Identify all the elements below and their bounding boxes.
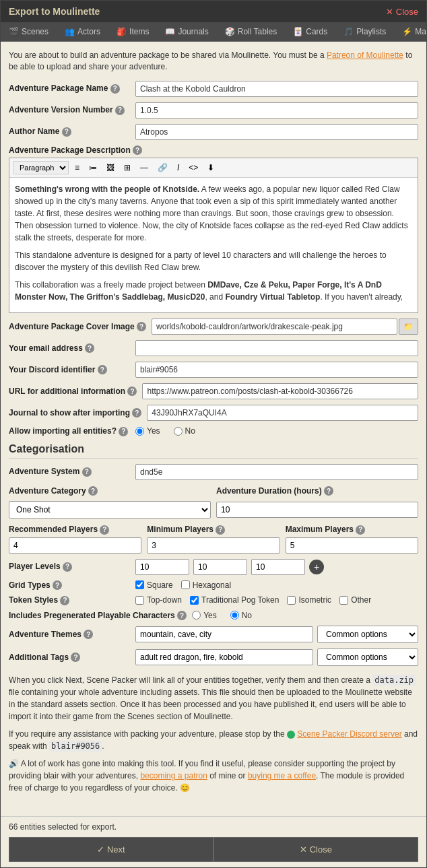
discord-server-link[interactable]: Scene Packer Discord server — [297, 729, 401, 739]
becoming-patron-link[interactable]: becoming a patron — [140, 771, 207, 780]
patreon-link[interactable]: Patreon of Moulinette — [327, 51, 403, 60]
grid-types-help[interactable]: ? — [53, 580, 62, 590]
additional-tags-input[interactable] — [135, 649, 313, 665]
scenes-icon: 🎬 — [9, 27, 19, 36]
next-button[interactable]: ✓ Next — [9, 837, 214, 862]
grid-hex-option[interactable]: Hexagonal — [181, 580, 231, 590]
adventure-system-input[interactable] — [135, 464, 418, 480]
players-labels-row: Recommended Players ? Minimum Players ? … — [9, 524, 418, 535]
themes-input[interactable] — [135, 626, 313, 642]
adventure-duration-input[interactable] — [216, 502, 418, 518]
category-input-col: One Shot Campaign Mini Campaign Adventur… — [9, 501, 211, 519]
adventure-category-help[interactable]: ? — [88, 486, 98, 496]
download-btn[interactable]: ⬇ — [204, 161, 218, 174]
package-name-input[interactable] — [135, 81, 418, 97]
player-level-1-input[interactable] — [135, 559, 189, 575]
cover-image-row: Adventure Package Cover Image ? 📁 — [9, 319, 418, 335]
additional-tags-common-options-select[interactable]: Common options — [317, 648, 418, 666]
grid-square-checkbox[interactable] — [135, 580, 144, 589]
bullet-list-btn[interactable]: ≡ — [71, 161, 83, 174]
tab-journals[interactable]: 📖 Journals — [157, 22, 216, 41]
info-paragraph-1: When you click Next, Scene Packer will l… — [9, 674, 418, 723]
table-btn[interactable]: ⊞ — [121, 161, 134, 174]
additional-tags-inputs: Common options — [135, 648, 418, 666]
intro-paragraph: You are about to build an adventure pack… — [9, 50, 418, 73]
code-btn[interactable]: <> — [185, 161, 201, 174]
token-pog-option[interactable]: Traditional Pog Token — [190, 595, 279, 605]
close-icon[interactable]: ✕ Close — [386, 7, 418, 17]
player-level-2-input[interactable] — [193, 559, 247, 575]
cover-image-file-btn[interactable]: 📁 — [399, 319, 418, 335]
allow-import-yes-radio[interactable] — [135, 427, 144, 436]
token-other-option[interactable]: Other — [339, 595, 371, 605]
add-level-btn[interactable]: + — [309, 560, 324, 574]
tab-scenes[interactable]: 🎬 Scenes — [1, 22, 57, 41]
themes-common-options-select[interactable]: Common options — [317, 626, 418, 643]
url-help[interactable]: ? — [127, 387, 137, 396]
image-btn[interactable]: 🖼 — [103, 161, 118, 174]
hr-btn[interactable]: — — [137, 161, 152, 174]
player-level-3-input[interactable] — [251, 559, 305, 575]
recommended-players-input[interactable] — [9, 537, 141, 554]
tab-rolltables[interactable]: 🎲 Roll Tables — [217, 22, 285, 41]
token-pog-checkbox[interactable] — [190, 596, 199, 605]
ordered-list-btn[interactable]: ≔ — [86, 161, 100, 174]
allow-import-no-radio[interactable] — [174, 427, 183, 436]
package-name-help[interactable]: ? — [110, 84, 120, 94]
allow-import-help[interactable]: ? — [119, 427, 128, 436]
token-topdown-option[interactable]: Top-down — [135, 595, 182, 605]
pregenerated-yes-radio[interactable] — [192, 611, 201, 620]
italic-btn[interactable]: I — [174, 161, 183, 174]
link-btn[interactable]: 🔗 — [154, 161, 171, 174]
version-label: Adventure Version Number ? — [9, 105, 130, 115]
token-isometric-option[interactable]: Isometric — [287, 595, 331, 605]
adventure-duration-help[interactable]: ? — [324, 486, 333, 496]
recommended-players-help[interactable]: ? — [100, 525, 109, 535]
email-input[interactable] — [135, 340, 418, 356]
version-help[interactable]: ? — [115, 106, 125, 115]
max-players-input[interactable] — [286, 537, 418, 554]
pregenerated-help[interactable]: ? — [177, 611, 187, 620]
adventure-system-help[interactable]: ? — [82, 467, 92, 477]
discord-input[interactable] — [135, 362, 418, 378]
tab-playlists[interactable]: 🎵 Playlists — [335, 22, 394, 41]
min-players-input[interactable] — [147, 537, 280, 554]
email-help[interactable]: ? — [85, 343, 94, 353]
tab-macros[interactable]: ⚡ Macros — [394, 22, 426, 41]
pregenerated-no-radio[interactable] — [230, 611, 239, 620]
cover-image-help[interactable]: ? — [137, 322, 146, 331]
author-help[interactable]: ? — [62, 127, 71, 137]
token-styles-help[interactable]: ? — [60, 596, 69, 605]
additional-tags-help[interactable]: ? — [71, 653, 80, 662]
token-other-checkbox[interactable] — [339, 596, 348, 605]
min-players-help[interactable]: ? — [216, 525, 225, 535]
editor-content[interactable]: Something's wrong with the people of Kno… — [9, 178, 418, 312]
url-input[interactable] — [142, 383, 418, 399]
grid-square-option[interactable]: Square — [135, 580, 173, 590]
tab-items[interactable]: 🎒 Items — [108, 22, 157, 41]
max-players-help[interactable]: ? — [356, 525, 365, 535]
allow-import-yes-option[interactable]: Yes — [135, 426, 160, 436]
author-input[interactable] — [135, 124, 418, 140]
cover-image-input[interactable] — [152, 319, 397, 335]
tab-actors[interactable]: 👥 Actors — [57, 22, 108, 41]
grid-hex-checkbox[interactable] — [181, 580, 190, 589]
pregenerated-no-option[interactable]: No — [230, 611, 252, 620]
journal-help[interactable]: ? — [132, 408, 141, 418]
version-input[interactable] — [135, 102, 418, 119]
themes-help[interactable]: ? — [84, 630, 93, 639]
close-button[interactable]: ✕ Close — [214, 837, 418, 862]
player-levels-help[interactable]: ? — [63, 562, 72, 572]
token-isometric-checkbox[interactable] — [287, 596, 296, 605]
allow-import-no-option[interactable]: No — [174, 426, 195, 436]
pregenerated-yes-option[interactable]: Yes — [192, 611, 217, 620]
buying-coffee-link[interactable]: buying me a coffee — [248, 771, 316, 780]
discord-help[interactable]: ? — [98, 365, 107, 374]
adventure-category-select[interactable]: One Shot Campaign Mini Campaign Adventur… — [9, 501, 211, 519]
journal-input[interactable] — [147, 405, 418, 421]
description-help[interactable]: ? — [133, 145, 142, 155]
token-topdown-checkbox[interactable] — [135, 596, 144, 605]
additional-tags-row: Additional Tags ? Common options — [9, 648, 418, 666]
paragraph-select[interactable]: Paragraph — [13, 161, 69, 174]
tab-cards[interactable]: 🃏 Cards — [285, 22, 335, 41]
